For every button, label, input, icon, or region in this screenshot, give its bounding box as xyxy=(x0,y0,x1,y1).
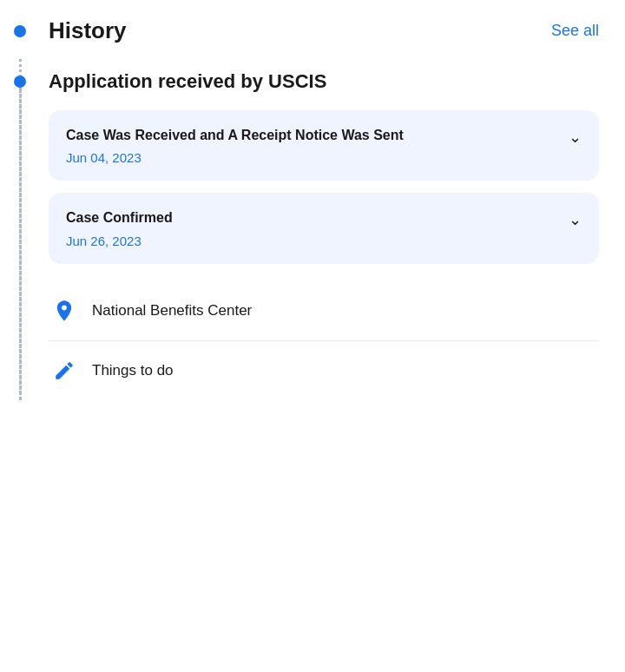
cards-container: Case Was Received and A Receipt Notice W… xyxy=(49,110,599,264)
card-1-date: Jun 04, 2023 xyxy=(66,150,560,165)
national-benefits-row[interactable]: National Benefits Center xyxy=(49,281,599,341)
outer-wrapper: History See all Application received by … xyxy=(0,17,625,400)
history-header: History See all xyxy=(49,17,599,44)
see-all-link[interactable]: See all xyxy=(551,22,599,40)
card-2-date: Jun 26, 2023 xyxy=(66,234,560,248)
case-confirmed-card[interactable]: Case Confirmed Jun 26, 2023 ⌄ xyxy=(49,193,599,263)
history-title: History xyxy=(49,17,127,44)
national-benefits-label: National Benefits Center xyxy=(92,302,252,320)
card-2-content: Case Confirmed Jun 26, 2023 xyxy=(66,208,560,247)
pencil-icon xyxy=(49,355,80,386)
card-1-title: Case Was Received and A Receipt Notice W… xyxy=(66,126,560,145)
case-received-card[interactable]: Case Was Received and A Receipt Notice W… xyxy=(49,110,599,181)
app-dotted-line xyxy=(19,88,22,400)
card-1-chevron-icon: ⌄ xyxy=(569,128,582,147)
application-title: Application received by USCIS xyxy=(49,70,326,93)
card-2-title: Case Confirmed xyxy=(66,208,560,227)
page-container: History See all Application received by … xyxy=(0,0,625,672)
things-to-do-label: Things to do xyxy=(92,362,174,379)
history-blue-dot xyxy=(14,25,26,37)
history-header-left: History xyxy=(49,17,127,44)
application-header: Application received by USCIS xyxy=(49,70,599,93)
location-icon xyxy=(49,295,80,326)
application-section: Application received by USCIS Case Was R… xyxy=(49,70,599,400)
application-blue-dot xyxy=(14,76,26,88)
card-2-chevron-icon: ⌄ xyxy=(569,210,582,229)
things-to-do-row[interactable]: Things to do xyxy=(49,341,599,400)
card-1-content: Case Was Received and A Receipt Notice W… xyxy=(66,126,560,165)
info-rows: National Benefits Center Things to do xyxy=(49,281,599,400)
